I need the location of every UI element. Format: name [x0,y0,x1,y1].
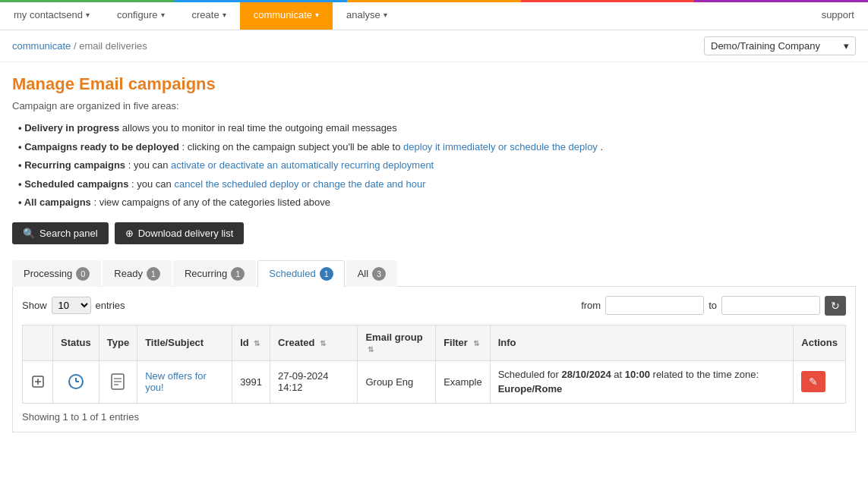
row-info-cell: Scheduled for 28/10/2024 at 10:00 relate… [490,360,794,403]
list-item: Scheduled campaigns : you can cancel the… [18,177,856,192]
row-title-cell: New offers for you! [137,360,232,403]
row-actions-cell: ✎ [794,360,846,403]
tab-recurring[interactable]: Recurring 1 [173,260,256,287]
page-subtitle: Campaign are organized in five areas: [12,100,856,112]
table-area: Show 10 25 50 100 entries from to ↻ [12,287,856,432]
nav-create-caret: ▾ [223,11,226,19]
table-controls: Show 10 25 50 100 entries from to ↻ [22,296,846,316]
list-item: All campaigns : view campaigns of any of… [18,195,856,210]
search-panel-button[interactable]: 🔍 Search panel [12,222,109,244]
row-status-cell [53,360,99,403]
tab-all-badge: 3 [372,267,386,281]
tab-processing-badge: 0 [76,267,90,281]
action-buttons: 🔍 Search panel ⊕ Download delivery list [12,222,856,244]
download-icon: ⊕ [125,228,134,239]
nav-communicate[interactable]: communicate ▾ [240,0,333,30]
row-expand-button[interactable] [30,376,45,388]
col-id: Id ⇅ [232,325,270,360]
nav-communicate-caret: ▾ [315,11,319,19]
col-email-group-sort: ⇅ [368,345,374,354]
nav-contactsend-caret: ▾ [86,11,90,19]
date-from-input[interactable] [605,296,704,315]
row-id-cell: 3991 [232,360,270,403]
row-email-group-cell: Group Eng [358,360,436,403]
table-header-row: Status Type Title/Subject Id ⇅ Created ⇅ [23,325,846,360]
edit-icon: ✎ [809,376,818,388]
tab-ready-badge: 1 [147,267,160,281]
col-status: Status [53,325,99,360]
list-item: Campaigns ready to be deployed : clickin… [18,140,856,155]
breadcrumb-communicate[interactable]: communicate [12,40,71,52]
col-email-group: Email group ⇅ [358,325,436,360]
nav-create[interactable]: create ▾ [178,0,240,30]
company-selector[interactable]: Demo/Training Company ▾ [704,36,856,55]
breadcrumb-current: email deliveries [79,40,147,52]
col-filter-sort: ⇅ [473,339,479,347]
expand-icon [32,376,44,388]
row-created-cell: 27-09-2024 14:12 [270,360,358,403]
tab-recurring-badge: 1 [231,267,245,281]
clock-icon [68,373,84,390]
date-to-input[interactable] [721,296,820,315]
refresh-button[interactable]: ↻ [825,296,846,316]
type-document-icon [107,373,129,390]
nav-my-contactsend[interactable]: my contactsend ▾ [0,0,103,30]
tab-scheduled-badge: 1 [320,267,333,281]
col-expand [23,325,53,360]
col-info: Info [490,325,794,360]
status-clock-icon [61,373,91,390]
col-id-sort: ⇅ [254,339,260,347]
col-created-sort: ⇅ [320,339,326,347]
showing-text: Showing 1 to 1 of 1 entries [22,411,846,423]
download-delivery-list-button[interactable]: ⊕ Download delivery list [115,222,245,244]
nav-analyse-caret: ▾ [383,11,387,19]
list-item: Delivery in progress allows you to monit… [18,121,856,136]
company-selector-caret: ▾ [844,40,849,52]
col-actions: Actions [794,325,846,360]
list-item: Recurring campaigns : you can activate o… [18,158,856,173]
entries-select[interactable]: 10 25 50 100 [52,297,91,314]
col-created: Created ⇅ [270,325,358,360]
search-icon: 🔍 [23,228,35,239]
edit-campaign-button[interactable]: ✎ [801,371,825,392]
feature-list: Delivery in progress allows you to monit… [12,121,856,210]
show-entries-control: Show 10 25 50 100 entries [22,297,125,314]
col-title: Title/Subject [137,325,232,360]
table-row: New offers for you! 3991 27-09-2024 14:1… [23,360,846,403]
row-filter-cell: Example [436,360,491,403]
row-type-cell [99,360,137,403]
document-icon [110,373,125,390]
row-expand-cell [23,360,53,403]
top-navigation: my contactsend ▾ configure ▾ create ▾ co… [0,0,868,30]
campaign-tabs: Processing 0 Ready 1 Recurring 1 Schedul… [12,259,856,287]
campaigns-table: Status Type Title/Subject Id ⇅ Created ⇅ [22,325,846,404]
breadcrumb-bar: communicate / email deliveries Demo/Trai… [0,30,868,62]
tab-all[interactable]: All 3 [346,260,397,287]
date-filter: from to ↻ [581,296,846,316]
tab-processing[interactable]: Processing 0 [12,260,101,287]
breadcrumb: communicate / email deliveries [12,40,147,52]
nav-configure[interactable]: configure ▾ [103,0,178,30]
page-title: Manage Email campaigns [12,74,856,94]
nav-analyse[interactable]: analyse ▾ [333,0,401,30]
campaign-title-link[interactable]: New offers for you! [145,370,207,393]
tab-ready[interactable]: Ready 1 [103,260,172,287]
nav-configure-caret: ▾ [161,11,165,19]
col-type: Type [99,325,137,360]
col-filter: Filter ⇅ [436,325,491,360]
main-content: Manage Email campaigns Campaign are orga… [0,62,868,445]
tab-scheduled[interactable]: Scheduled 1 [257,260,344,287]
nav-support[interactable]: support [808,0,868,30]
